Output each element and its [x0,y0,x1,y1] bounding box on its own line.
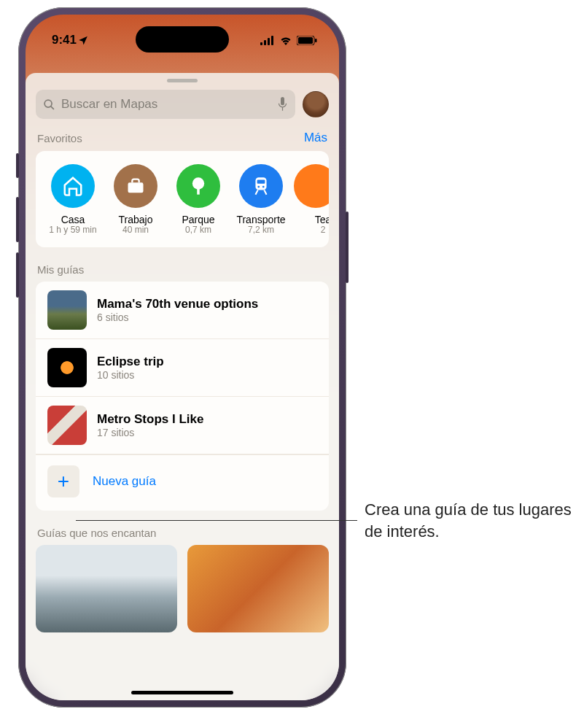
plus-icon: + [47,465,79,497]
new-guide-button[interactable]: + Nueva guía [36,454,329,511]
svg-rect-3 [271,36,273,45]
svg-point-15 [257,186,260,188]
avatar[interactable] [303,91,329,117]
search-icon [43,98,55,111]
loved-header: Guías que nos encantan [36,527,329,545]
favorite-sub: 40 min [122,225,149,236]
new-guide-label: Nueva guía [93,474,156,489]
cellular-icon [260,36,275,45]
home-icon [51,164,95,208]
svg-rect-6 [315,39,317,42]
guide-title: Eclipse trip [97,355,164,369]
favorite-sub: 0,7 km [185,225,211,236]
location-arrow-icon [78,35,88,45]
favorites-more-button[interactable]: Más [304,131,327,145]
guide-item[interactable]: Mama's 70th venue options 6 sitios [36,282,329,339]
favorite-sub: 1 h y 59 min [49,225,96,236]
loved-guide-tile[interactable] [36,545,177,632]
favorite-label: Casa [61,214,85,225]
guide-thumbnail [47,406,87,445]
search-input[interactable]: Buscar en Mapas [36,90,295,119]
phone-screen: 9:41 Buscar en Mapas Favoritos [26,15,339,700]
svg-rect-9 [281,97,284,105]
favorite-label: Transporte [236,214,285,225]
volume-down-button [16,252,19,298]
favorite-sub: 7,2 km [248,225,274,236]
microphone-icon[interactable] [277,97,288,112]
loved-title: Guías que nos encantan [37,527,156,539]
guides-card: Mama's 70th venue options 6 sitios Eclip… [36,282,329,511]
side-button [346,212,349,283]
svg-point-12 [192,177,204,189]
favorites-card: Casa 1 h y 59 min Trabajo 40 min [36,151,329,247]
guide-thumbnail [47,290,87,330]
favorite-label: Tea [315,214,329,225]
favorite-label: Trabajo [119,214,153,225]
guide-item[interactable]: Eclipse trip 10 sitios [36,339,329,397]
svg-rect-11 [128,182,144,193]
favorite-label: Parque [182,214,214,225]
guide-item[interactable]: Metro Stops I Like 17 sitios [36,397,329,454]
favorite-sub: 2 [321,225,326,236]
search-sheet: Buscar en Mapas Favoritos Más Casa 1 h [26,73,339,700]
favorite-transit[interactable]: Transporte 7,2 km [231,164,291,236]
silent-switch [16,153,19,178]
dynamic-island [136,26,229,53]
favorite-work[interactable]: Trabajo 40 min [106,164,166,236]
callout-line [76,520,357,521]
guide-subtitle: 17 sitios [97,427,203,438]
svg-line-8 [51,106,54,109]
loved-guides-row[interactable] [36,545,329,632]
favorite-home[interactable]: Casa 1 h y 59 min [43,164,103,236]
battery-icon [297,36,317,45]
phone-frame: 9:41 Buscar en Mapas Favoritos [18,7,346,708]
loved-guide-tile[interactable] [187,545,329,632]
masks-icon [294,164,329,208]
search-placeholder: Buscar en Mapas [61,97,271,112]
guide-subtitle: 10 sitios [97,369,164,381]
favorites-row[interactable]: Casa 1 h y 59 min Trabajo 40 min [36,151,329,247]
volume-up-button [16,197,19,242]
sheet-grabber[interactable] [167,79,198,82]
svg-point-7 [44,100,52,107]
home-indicator[interactable] [131,691,233,694]
status-time: 9:41 [52,33,77,47]
svg-rect-13 [197,187,200,194]
tree-icon [176,164,220,208]
svg-rect-17 [257,179,265,183]
favorite-partial[interactable]: Tea 2 [294,164,329,236]
svg-point-16 [262,186,265,188]
svg-rect-1 [264,40,266,45]
guide-thumbnail [47,348,87,387]
guide-title: Mama's 70th venue options [97,297,258,311]
briefcase-icon [114,164,157,208]
guides-header: Mis guías [36,263,329,282]
guides-title: Mis guías [37,263,84,276]
train-icon [239,164,283,208]
svg-rect-2 [268,38,270,45]
wifi-icon [279,36,292,45]
guide-subtitle: 6 sitios [97,311,258,323]
svg-rect-0 [260,42,262,45]
favorites-header: Favoritos Más [36,131,329,151]
guide-title: Metro Stops I Like [97,412,203,427]
favorites-title: Favoritos [37,132,82,144]
callout-text: Crea una guía de tus lugares de interés. [365,499,576,542]
favorite-park[interactable]: Parque 0,7 km [168,164,228,236]
svg-rect-5 [298,37,313,44]
